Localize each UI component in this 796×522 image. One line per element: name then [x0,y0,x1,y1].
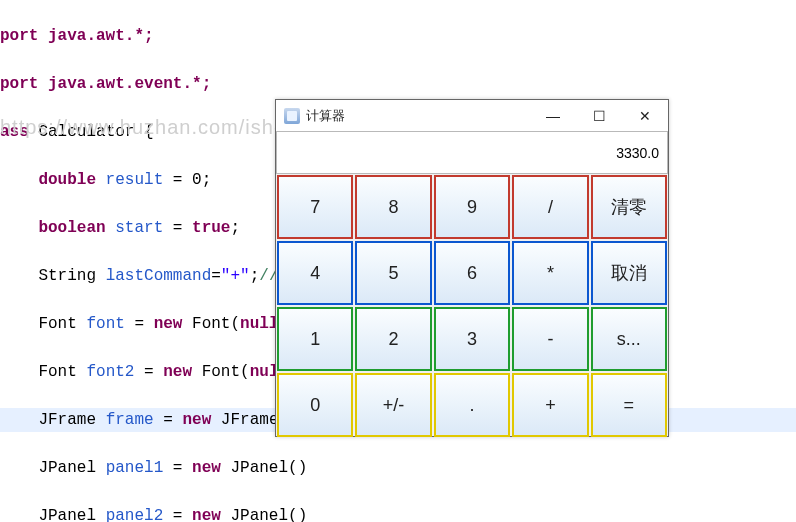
code-line: port java.awt.event.*; [0,75,211,93]
calc-key-[interactable]: = [591,373,667,437]
calc-key-7[interactable]: 7 [277,175,353,239]
calc-key-8[interactable]: 8 [355,175,431,239]
calc-key-[interactable]: / [512,175,588,239]
window-title: 计算器 [306,107,530,125]
titlebar[interactable]: 计算器 — ☐ ✕ [276,100,668,132]
calc-key-[interactable]: . [434,373,510,437]
calc-key-1[interactable]: 1 [277,307,353,371]
calc-key-[interactable]: 清零 [591,175,667,239]
close-button[interactable]: ✕ [622,100,668,131]
maximize-button[interactable]: ☐ [576,100,622,131]
calc-key-[interactable]: 取消 [591,241,667,305]
calc-key-5[interactable]: 5 [355,241,431,305]
calc-key-0[interactable]: 0 [277,373,353,437]
calc-key-4[interactable]: 4 [277,241,353,305]
code-line: port java.awt.*; [0,27,154,45]
calc-key-[interactable]: +/- [355,373,431,437]
keypad: 789/清零456*取消123-s...0+/-.+= [276,174,668,438]
java-app-icon [284,108,300,124]
calc-key-9[interactable]: 9 [434,175,510,239]
calculator-window: 计算器 — ☐ ✕ 3330.0 789/清零456*取消123-s...0+/… [275,99,669,437]
calc-key-2[interactable]: 2 [355,307,431,371]
calc-key-[interactable]: - [512,307,588,371]
calc-key-6[interactable]: 6 [434,241,510,305]
calculator-display: 3330.0 [276,131,668,174]
calc-key-[interactable]: + [512,373,588,437]
minimize-button[interactable]: — [530,100,576,131]
calc-key-3[interactable]: 3 [434,307,510,371]
calc-key-[interactable]: * [512,241,588,305]
calc-key-s[interactable]: s... [591,307,667,371]
